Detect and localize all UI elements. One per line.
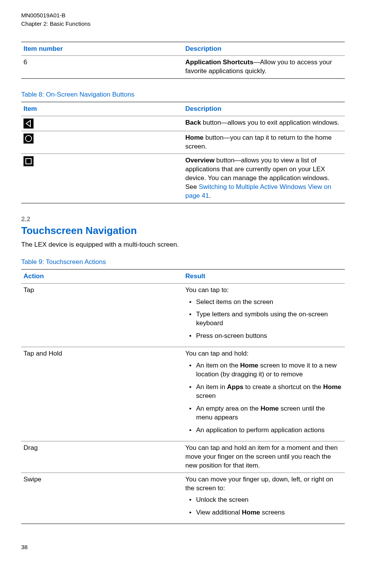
col-header-description: Description — [183, 42, 345, 56]
table9-caption: Table 9: Touchscreen Actions — [21, 258, 345, 267]
svg-rect-4 — [24, 156, 34, 166]
list-item: View additional Home screens — [185, 508, 342, 517]
text: to create a shortcut on the — [243, 383, 323, 391]
text: screens — [260, 509, 285, 516]
cell-item-number: 6 — [21, 56, 183, 79]
overview-icon — [24, 156, 34, 166]
section-title: Touchscreen Navigation — [21, 224, 345, 237]
table-row: 6 Application Shortcuts—Allow you to acc… — [21, 56, 345, 79]
table-touchscreen-actions: Action Result Tap You can tap to: Select… — [21, 269, 345, 525]
text: View additional — [196, 509, 242, 516]
col-header-description: Description — [183, 102, 345, 116]
cross-ref-link[interactable]: Switching to Multiple Active Windows Vie… — [185, 183, 331, 199]
table-row: Back button—allows you to exit applicati… — [21, 116, 345, 131]
list-item: Select items on the screen — [185, 298, 342, 307]
table-row: Tap You can tap to: Select items on the … — [21, 283, 345, 347]
table-row: Swipe You can move your finger up, down,… — [21, 473, 345, 524]
desc-bold: Overview — [185, 157, 215, 164]
table-row: Tap and Hold You can tap and hold: An it… — [21, 347, 345, 441]
desc-post: . — [209, 192, 211, 199]
table8-caption: Table 8: On-Screen Navigation Buttons — [21, 90, 345, 99]
chapter-label: Chapter 2: Basic Functions — [21, 20, 345, 28]
table-row: Overview button—allows you to view a lis… — [21, 154, 345, 203]
cell-action: Tap and Hold — [21, 347, 183, 441]
result-list: Unlock the screen View additional Home s… — [185, 496, 342, 517]
cell-icon — [21, 154, 183, 203]
result-list: An item on the Home screen to move it to… — [185, 361, 342, 435]
svg-rect-0 — [24, 119, 34, 129]
list-item: An item on the Home screen to move it to… — [185, 361, 342, 379]
bold-text: Apps — [227, 383, 243, 391]
col-header-item: Item — [21, 102, 183, 116]
cell-result: You can move your finger up, down, left,… — [183, 473, 345, 524]
doc-id: MN005019A01-B — [21, 12, 345, 19]
list-item: Press on-screen buttons — [185, 332, 342, 341]
list-item: An item in Apps to create a shortcut on … — [185, 383, 342, 401]
home-icon — [24, 134, 34, 144]
bold-text: Home — [260, 405, 279, 412]
back-icon — [24, 119, 34, 129]
result-intro: You can tap and hold: — [185, 349, 342, 358]
text: An item in — [196, 383, 227, 391]
col-header-item-number: Item number — [21, 42, 183, 56]
cell-description: Back button—allows you to exit applicati… — [183, 116, 345, 131]
table-row: Home button—you can tap it to return to … — [21, 131, 345, 154]
text: screen — [196, 392, 216, 399]
list-item: Unlock the screen — [185, 496, 342, 504]
bold-text: Home — [323, 383, 341, 391]
desc-bold: Back — [185, 119, 201, 126]
bold-text: Home — [240, 362, 258, 369]
result-list: Select items on the screen Type letters … — [185, 298, 342, 341]
desc-bold: Application Shortcuts — [185, 58, 254, 66]
table-row: Drag You can tap and hold an item for a … — [21, 441, 345, 473]
cell-result: You can tap to: Select items on the scre… — [183, 283, 345, 347]
cell-description: Overview button—allows you to view a lis… — [183, 154, 345, 203]
cell-result: You can tap and hold an item for a momen… — [183, 441, 345, 473]
cell-action: Tap — [21, 283, 183, 347]
text: An item on the — [196, 362, 240, 369]
section-number: 2.2 — [21, 215, 345, 224]
cell-description: Application Shortcuts—Allow you to acces… — [183, 56, 345, 79]
section-body: The LEX device is equipped with a multi-… — [21, 241, 345, 249]
cell-icon — [21, 131, 183, 154]
cell-action: Drag — [21, 441, 183, 473]
text: An empty area on the — [196, 405, 260, 412]
result-intro: You can move your finger up, down, left,… — [185, 475, 342, 493]
bold-text: Home — [242, 509, 260, 516]
table-item-number: Item number Description 6 Application Sh… — [21, 42, 345, 79]
svg-rect-2 — [24, 134, 34, 144]
cell-action: Swipe — [21, 473, 183, 524]
desc-text: button—you can tap it to return to the h… — [185, 134, 332, 150]
cell-icon — [21, 116, 183, 131]
list-item: An empty area on the Home screen until t… — [185, 404, 342, 422]
result-intro: You can tap to: — [185, 286, 342, 295]
cell-description: Home button—you can tap it to return to … — [183, 131, 345, 154]
page-number: 38 — [21, 543, 345, 551]
col-header-action: Action — [21, 269, 183, 283]
desc-text: button—allows you to exit application wi… — [201, 119, 339, 126]
desc-bold: Home — [185, 134, 203, 141]
table-nav-buttons: Item Description Back button—allows you … — [21, 102, 345, 204]
list-item: An application to perform application ac… — [185, 426, 342, 435]
cell-result: You can tap and hold: An item on the Hom… — [183, 347, 345, 441]
list-item: Type letters and symbols using the on-sc… — [185, 310, 342, 328]
col-header-result: Result — [183, 269, 345, 283]
